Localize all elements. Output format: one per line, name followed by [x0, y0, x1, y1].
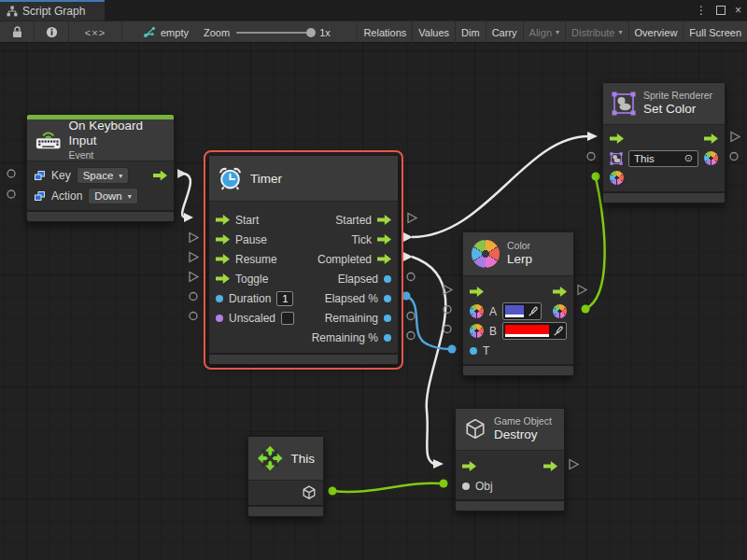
- distribute-label: Distribute: [571, 27, 614, 38]
- port-row-a: A: [463, 301, 573, 321]
- duration-field[interactable]: 1: [276, 291, 293, 306]
- sprite-renderer-icon: [612, 91, 636, 116]
- full-screen-label: Full Screen: [689, 27, 741, 38]
- wire-completed-to-destroy: [412, 257, 445, 464]
- tab-script-graph[interactable]: Script Graph: [0, 0, 105, 21]
- relations-label: Relations: [363, 27, 406, 38]
- node-title: Timer: [250, 172, 282, 186]
- color-port-icon[interactable]: [470, 304, 484, 318]
- target-object-field[interactable]: This ⊙: [628, 150, 698, 167]
- node-destroy[interactable]: Game Object Destroy Obj: [455, 408, 565, 511]
- alpha-bar: [505, 334, 549, 337]
- game-object-out-port[interactable]: [302, 485, 317, 500]
- full-screen-button[interactable]: Full Screen: [683, 21, 747, 43]
- port-label: Elapsed %: [299, 292, 378, 305]
- action-dropdown[interactable]: Down: [88, 188, 137, 204]
- object-in-port[interactable]: [462, 483, 470, 490]
- port-label: Remaining %: [216, 331, 378, 344]
- bool-in-port[interactable]: [216, 315, 223, 322]
- zoom-control: Zoom 1x: [204, 21, 331, 43]
- value-out-port[interactable]: [384, 315, 391, 322]
- trigger-out-port[interactable]: [377, 215, 391, 225]
- timer-icon: [218, 166, 243, 191]
- port-label: Duration: [229, 292, 271, 305]
- trigger-out-port[interactable]: [377, 254, 391, 264]
- trigger-out-port[interactable]: [153, 171, 167, 181]
- code-view-button[interactable]: <×>: [69, 21, 122, 43]
- node-category: Color: [507, 240, 532, 252]
- window-controls: ⋮ ×: [696, 0, 741, 21]
- value-in-port[interactable]: [216, 295, 223, 302]
- action-label: Action: [51, 189, 82, 203]
- color-b-swatch[interactable]: [505, 325, 549, 334]
- color-a-field[interactable]: [502, 302, 542, 320]
- carry-button[interactable]: Carry: [486, 21, 523, 43]
- object-picker-icon[interactable]: ⊙: [684, 152, 693, 164]
- trigger-in-port[interactable]: [216, 234, 230, 245]
- node-title: Set Color: [643, 102, 712, 118]
- color-out-port[interactable]: [704, 151, 718, 165]
- trigger-in-port[interactable]: [462, 461, 476, 471]
- value-in-port[interactable]: [470, 347, 477, 355]
- duration-value: 1: [282, 293, 288, 304]
- trigger-in-port[interactable]: [470, 287, 484, 297]
- distribute-button[interactable]: Distribute▾: [565, 21, 627, 43]
- node-color-lerp[interactable]: Color Lerp A: [462, 231, 574, 376]
- close-icon[interactable]: ×: [735, 4, 741, 17]
- overview-button[interactable]: Overview: [628, 21, 684, 43]
- port-row: Start Started: [209, 210, 398, 230]
- port-row-t: T: [463, 341, 573, 360]
- graph-icon: [7, 6, 18, 17]
- trigger-out-port[interactable]: [704, 133, 718, 144]
- color-port-icon[interactable]: [470, 324, 484, 338]
- relations-button[interactable]: Relations: [357, 21, 412, 43]
- port-label: Pause: [235, 233, 267, 246]
- trigger-out-port[interactable]: [553, 287, 567, 297]
- port-label: Resume: [235, 253, 277, 266]
- node-set-color[interactable]: Sprite Renderer Set Color: [602, 82, 726, 203]
- trigger-out-port[interactable]: [377, 234, 391, 245]
- node-timer[interactable]: Timer Start Started Pause Tick Resum: [208, 155, 399, 365]
- trigger-in-port[interactable]: [216, 215, 230, 225]
- sprite-renderer-icon: [610, 152, 623, 165]
- trigger-in-port[interactable]: [610, 133, 624, 144]
- dim-label: Dim: [461, 27, 480, 38]
- node-on-keyboard-input[interactable]: On Keyboard Input Event Key Space: [26, 114, 175, 222]
- value-out-port[interactable]: [384, 334, 391, 342]
- zoom-slider-handle[interactable]: [306, 28, 316, 37]
- color-in-port[interactable]: [610, 171, 624, 185]
- maximize-icon[interactable]: [716, 6, 726, 15]
- color-out-port[interactable]: [553, 304, 567, 318]
- dim-button[interactable]: Dim: [455, 21, 486, 43]
- values-button[interactable]: Values: [412, 21, 455, 43]
- unscaled-checkbox[interactable]: [281, 312, 294, 325]
- menu-icon[interactable]: ⋮: [696, 4, 707, 17]
- node-header: Game Object Destroy: [456, 409, 564, 451]
- node-header: This: [248, 437, 323, 481]
- eyedropper-icon[interactable]: [551, 323, 566, 339]
- color-b-field[interactable]: [502, 322, 567, 340]
- port-label: Toggle: [235, 273, 268, 286]
- node-footer: [463, 364, 573, 375]
- port-row: Remaining %: [209, 328, 398, 347]
- info-icon: [46, 26, 58, 38]
- zoom-slider[interactable]: [236, 32, 313, 34]
- port-row: Unscaled Remaining: [209, 308, 398, 328]
- trigger-in-port[interactable]: [216, 273, 230, 284]
- node-this[interactable]: This: [247, 436, 324, 517]
- eyedropper-icon[interactable]: [526, 303, 541, 319]
- trigger-in-port[interactable]: [216, 254, 230, 264]
- key-dropdown[interactable]: Space: [77, 167, 130, 184]
- carry-label: Carry: [492, 27, 517, 38]
- value-out-port[interactable]: [384, 295, 391, 302]
- color-a-swatch[interactable]: [505, 305, 524, 315]
- value-out-port[interactable]: [384, 275, 391, 283]
- node-header: Timer: [209, 156, 398, 202]
- trigger-out-port[interactable]: [543, 461, 557, 471]
- graph-canvas[interactable]: On Keyboard Input Event Key Space: [0, 43, 747, 560]
- align-button[interactable]: Align▾: [523, 21, 565, 43]
- info-button[interactable]: [35, 21, 69, 43]
- port-row-target: This ⊙: [603, 148, 725, 168]
- port-row: [456, 456, 564, 476]
- lock-button[interactable]: [0, 21, 35, 43]
